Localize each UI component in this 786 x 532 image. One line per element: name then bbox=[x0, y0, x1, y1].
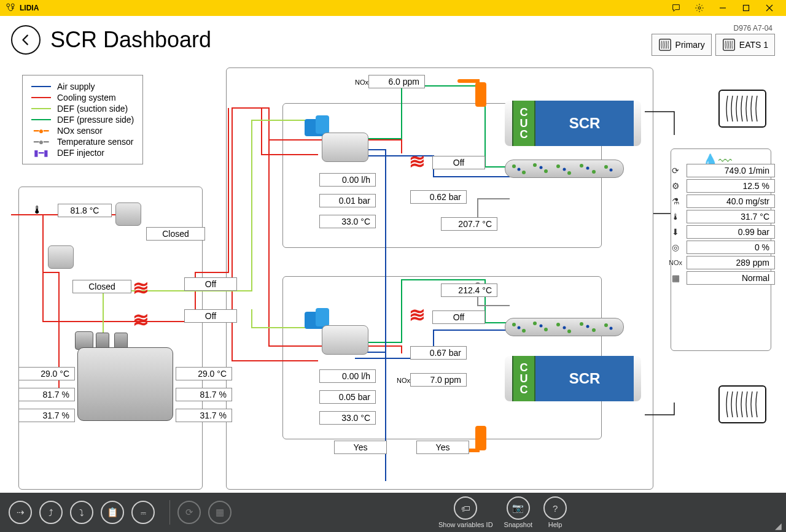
footer-btn-import[interactable]: ⤵ bbox=[70, 501, 93, 524]
side-nox: 289 ppm bbox=[687, 256, 775, 269]
pump1-temp: 33.0 °C bbox=[319, 215, 376, 228]
app-icon bbox=[5, 2, 16, 13]
svg-point-0 bbox=[7, 4, 10, 7]
svg-point-19 bbox=[567, 171, 571, 175]
scr-unit-2: CUCSCR bbox=[492, 346, 647, 420]
footer-show-vars[interactable]: 🏷Show variables ID bbox=[438, 496, 493, 528]
mixer-tube-1 bbox=[505, 160, 624, 178]
back-button[interactable] bbox=[11, 25, 41, 55]
inj2-state: Off bbox=[432, 310, 485, 324]
svg-point-38 bbox=[540, 325, 543, 328]
eats-label: EATS 1 bbox=[739, 40, 768, 50]
inj2-press: 0.67 bar bbox=[410, 346, 467, 360]
scr-temp1: 207.7 °C bbox=[441, 217, 497, 231]
heater2-state: Off bbox=[184, 309, 237, 323]
minimize-button[interactable] bbox=[711, 0, 734, 16]
thermometer-icon: 🌡 bbox=[32, 204, 43, 217]
pump2-press: 0.05 bar bbox=[319, 390, 376, 404]
svg-rect-5 bbox=[744, 6, 749, 11]
heater-icon: ≋ bbox=[133, 308, 146, 331]
side-egr: 0 % bbox=[687, 241, 775, 254]
def-tank bbox=[75, 331, 177, 423]
engine-id: D976 A7-04 bbox=[652, 24, 772, 33]
load-icon: ⚙ bbox=[668, 181, 683, 191]
yes1: Yes bbox=[334, 441, 387, 454]
svg-point-16 bbox=[533, 163, 537, 167]
svg-point-26 bbox=[586, 167, 590, 170]
side-status: Normal bbox=[687, 271, 775, 285]
diagram-canvas: Air supply Cooling system DEF (suction s… bbox=[11, 64, 775, 491]
maximize-button[interactable] bbox=[734, 0, 758, 16]
nox-upper: 6.0 ppm bbox=[368, 75, 425, 88]
footer-btn-disabled-2: ▦ bbox=[208, 501, 232, 524]
heater-icon: ≋ bbox=[133, 276, 146, 299]
legend-def-suction: DEF (suction side) bbox=[57, 104, 128, 114]
page-title: SCR Dashboard bbox=[50, 27, 211, 53]
svg-point-35 bbox=[592, 328, 596, 332]
footer-help[interactable]: ?Help bbox=[543, 496, 567, 528]
coolant-valve-2 bbox=[48, 245, 74, 269]
svg-point-40 bbox=[586, 325, 590, 328]
fuel-icon: ⚗ bbox=[668, 196, 683, 206]
valve1-state: Closed bbox=[146, 227, 205, 241]
side-fuel: 40.0 mg/str bbox=[687, 195, 775, 208]
svg-point-20 bbox=[580, 164, 583, 168]
ecu-icon bbox=[658, 38, 672, 52]
primary-label: Primary bbox=[675, 40, 705, 50]
svg-point-29 bbox=[522, 329, 526, 333]
close-button[interactable] bbox=[758, 0, 781, 16]
ecu-icon bbox=[722, 38, 736, 52]
valve2-state: Closed bbox=[72, 280, 131, 293]
svg-point-28 bbox=[512, 323, 516, 326]
coolant-temp: 81.8 °C bbox=[58, 204, 112, 217]
svg-rect-10 bbox=[475, 82, 486, 107]
heater-icon: ≋ bbox=[409, 303, 422, 326]
legend: Air supply Cooling system DEF (suction s… bbox=[22, 75, 143, 164]
nox-icon: NOx bbox=[668, 259, 683, 266]
footer-btn-export[interactable]: ⤴ bbox=[39, 501, 63, 524]
legend-temp: Temperature sensor bbox=[57, 137, 134, 147]
nox-lower: 7.0 ppm bbox=[410, 373, 467, 387]
tank-left-p1: 81.7 % bbox=[18, 388, 75, 401]
resize-handle-icon[interactable]: ◢ bbox=[775, 521, 784, 530]
ecu-art-top bbox=[718, 90, 766, 128]
footer-btn-1[interactable]: ⇢ bbox=[9, 501, 32, 524]
tank-left-p2: 31.7 % bbox=[18, 409, 75, 422]
footer-toolbar: ⇢ ⤴ ⤵ 📋 ⎓ ⟳ ▦ 🏷Show variables ID 📷Snapsh… bbox=[0, 493, 786, 532]
side-rpm: 749.0 1/min bbox=[687, 164, 775, 177]
legend-nox: NOx sensor bbox=[57, 126, 103, 136]
footer-btn-clipboard[interactable]: 📋 bbox=[101, 501, 124, 524]
side-panel: ⟳749.0 1/min ⚙12.5 % ⚗40.0 mg/str 🌡31.7 … bbox=[668, 162, 775, 287]
tank-right-p2: 31.7 % bbox=[176, 409, 232, 422]
svg-point-23 bbox=[518, 168, 521, 171]
rpm-icon: ⟳ bbox=[668, 166, 683, 175]
footer-btn-plug[interactable]: ⎓ bbox=[131, 501, 155, 524]
footer-snapshot[interactable]: 📷Snapshot bbox=[504, 496, 532, 528]
pump2-temp: 33.0 °C bbox=[319, 411, 376, 425]
svg-point-32 bbox=[556, 323, 560, 326]
svg-point-1 bbox=[11, 4, 14, 7]
temp-icon: 🌡 bbox=[668, 212, 683, 222]
scr-unit-1: CUCSCR bbox=[492, 91, 647, 164]
svg-point-37 bbox=[518, 326, 521, 330]
scr-temp2: 212.4 °C bbox=[441, 283, 497, 297]
pump2-flow: 0.00 l/h bbox=[319, 369, 376, 383]
legend-cooling: Cooling system bbox=[57, 93, 116, 102]
svg-point-39 bbox=[563, 326, 566, 330]
settings-icon[interactable] bbox=[688, 0, 711, 16]
eats-ecu-button[interactable]: EATS 1 bbox=[715, 34, 775, 56]
side-load: 12.5 % bbox=[687, 179, 775, 193]
def-pump-1 bbox=[301, 115, 381, 167]
svg-point-41 bbox=[610, 327, 613, 330]
inj1-press: 0.62 bar bbox=[410, 190, 467, 204]
primary-ecu-button[interactable]: Primary bbox=[652, 34, 712, 56]
svg-point-22 bbox=[604, 165, 608, 169]
legend-def-pressure: DEF (pressure side) bbox=[57, 115, 134, 125]
mixer-tube-2 bbox=[505, 318, 624, 336]
chat-icon[interactable] bbox=[664, 0, 688, 16]
egr-icon: ◎ bbox=[668, 242, 683, 252]
inj1-state: Off bbox=[432, 156, 485, 169]
legend-injector: DEF injector bbox=[57, 148, 104, 158]
svg-point-21 bbox=[592, 170, 596, 174]
tank-right-p1: 81.7 % bbox=[176, 388, 232, 401]
